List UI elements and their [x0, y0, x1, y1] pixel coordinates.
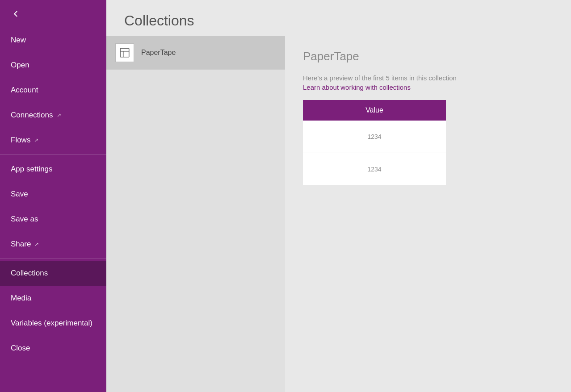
sidebar-item-connections[interactable]: Connections ↗ — [0, 103, 106, 128]
sidebar-item-save[interactable]: Save — [0, 182, 106, 207]
sidebar-item-label: Flows — [11, 136, 30, 145]
sidebar-item-media[interactable]: Media — [0, 286, 106, 311]
sidebar-divider — [0, 154, 106, 155]
table-cell-value: 1234 — [303, 121, 446, 153]
table-row: 1234 — [303, 121, 446, 153]
sidebar-item-label: Variables (experimental) — [11, 319, 92, 328]
collection-name: PaperTape — [141, 49, 176, 57]
sidebar-item-label: Close — [11, 344, 30, 353]
sidebar-item-label: Collections — [11, 269, 48, 278]
preview-description: Here's a preview of the first 5 items in… — [303, 74, 553, 82]
sidebar-item-label: Connections — [11, 111, 53, 120]
sidebar-item-flows[interactable]: Flows ↗ — [0, 128, 106, 153]
sidebar-item-collections[interactable]: Collections — [0, 261, 106, 286]
external-link-icon: ↗ — [34, 241, 39, 247]
back-button[interactable] — [0, 0, 106, 28]
detail-title: PaperTape — [303, 50, 553, 63]
sidebar: New Open Account Connections ↗ Flows ↗ A… — [0, 0, 106, 392]
sidebar-item-label: New — [11, 36, 26, 45]
sidebar-item-variables[interactable]: Variables (experimental) — [0, 311, 106, 336]
sidebar-item-label: Save — [11, 190, 28, 199]
sidebar-item-label: App settings — [11, 165, 53, 174]
page-title: Collections — [124, 13, 553, 29]
table-row: 1234 — [303, 153, 446, 186]
sidebar-item-save-as[interactable]: Save as — [0, 207, 106, 232]
external-link-icon: ↗ — [34, 137, 38, 143]
svg-rect-0 — [120, 48, 129, 57]
sidebar-item-label: Account — [11, 86, 38, 95]
learn-link[interactable]: Learn about working with collections — [303, 83, 553, 91]
sidebar-item-label: Save as — [11, 215, 38, 224]
collection-icon — [115, 43, 134, 62]
external-link-icon: ↗ — [57, 112, 61, 118]
collections-content: PaperTape PaperTape Here's a preview of … — [106, 36, 571, 392]
preview-table: Value 1234 1234 — [303, 100, 446, 185]
sidebar-divider — [0, 259, 106, 259]
table-header-value: Value — [303, 100, 446, 121]
sidebar-item-label: Media — [11, 294, 31, 303]
sidebar-item-label: Share — [11, 240, 31, 249]
sidebar-item-app-settings[interactable]: App settings — [0, 157, 106, 182]
collections-list-panel: PaperTape — [106, 36, 285, 392]
sidebar-item-label: Open — [11, 61, 29, 70]
main-content: Collections PaperTape PaperTape Here's a… — [106, 0, 571, 392]
collection-list-item[interactable]: PaperTape — [106, 36, 285, 70]
collections-detail-panel: PaperTape Here's a preview of the first … — [285, 36, 571, 392]
sidebar-item-close[interactable]: Close — [0, 336, 106, 361]
sidebar-item-account[interactable]: Account — [0, 78, 106, 103]
sidebar-item-open[interactable]: Open — [0, 53, 106, 78]
sidebar-item-share[interactable]: Share ↗ — [0, 232, 106, 257]
sidebar-item-new[interactable]: New — [0, 28, 106, 53]
table-cell-value: 1234 — [303, 153, 446, 186]
collections-header: Collections — [106, 0, 571, 36]
